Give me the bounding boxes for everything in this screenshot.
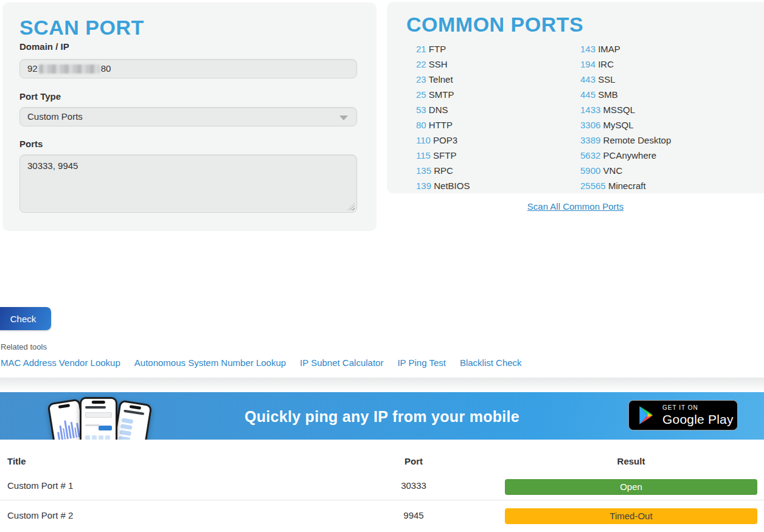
common-port-item: 80 HTTP bbox=[416, 117, 470, 133]
chevron-down-icon bbox=[339, 116, 348, 120]
ports-label: Ports bbox=[19, 139, 43, 149]
common-port-item: 25 SMTP bbox=[416, 87, 470, 102]
link-mac-address-vendor-lookup[interactable]: MAC Address Vendor Lookup bbox=[1, 358, 120, 368]
play-triangle-icon bbox=[637, 405, 656, 426]
results-header-port: Port bbox=[365, 456, 462, 466]
common-ports-title: COMMON PORTS bbox=[406, 13, 583, 36]
common-port-item: 110 POP3 bbox=[416, 133, 470, 148]
results-header-title: Title bbox=[7, 456, 26, 466]
domain-ip-label: Domain / IP bbox=[19, 41, 69, 52]
status-badge-timed-out: Timed-Out bbox=[505, 508, 757, 524]
common-port-item: 53 DNS bbox=[416, 102, 470, 117]
link-ip-subnet-calculator[interactable]: IP Subnet Calculator bbox=[300, 358, 383, 368]
ports-textarea[interactable]: 30333, 9945 bbox=[19, 154, 357, 213]
gplay-google-play: Google Play bbox=[662, 413, 734, 426]
common-port-item: 139 NetBIOS bbox=[416, 178, 470, 193]
redacted-ip-segment bbox=[39, 64, 100, 74]
link-blacklist-check[interactable]: Blacklist Check bbox=[460, 358, 522, 368]
common-port-item: 194 IRC bbox=[580, 57, 671, 72]
scan-all-common-ports-link[interactable]: Scan All Common Ports bbox=[527, 201, 623, 212]
results-header-result: Result bbox=[505, 456, 757, 466]
page: SCAN PORT Domain / IP 92 80 Port Type Cu… bbox=[0, 0, 764, 532]
section-divider bbox=[0, 378, 764, 391]
phone-mockup-center bbox=[80, 397, 117, 440]
common-port-item: 143 IMAP bbox=[580, 41, 671, 57]
common-port-item: 445 SMB bbox=[580, 87, 671, 102]
common-ports-column-2: 143 IMAP 194 IRC 443 SSL 445 SMB 1433 MS… bbox=[580, 41, 671, 193]
related-tools-links: MAC Address Vendor Lookup Autonomous Sys… bbox=[1, 358, 522, 368]
domain-ip-value-prefix: 92 bbox=[27, 60, 38, 78]
common-port-item: 3389 Remote Desktop bbox=[580, 133, 671, 148]
gplay-get-it-on: GET IT ON bbox=[662, 405, 734, 411]
common-port-item: 25565 Minecraft bbox=[580, 178, 671, 193]
port-type-label: Port Type bbox=[19, 91, 61, 102]
scan-port-title: SCAN PORT bbox=[19, 16, 144, 40]
common-port-item: 1433 MSSQL bbox=[580, 102, 671, 117]
common-ports-column-1: 21 FTP 22 SSH 23 Telnet 25 SMTP 53 DNS 8… bbox=[416, 41, 470, 193]
status-badge-open: Open bbox=[505, 479, 757, 495]
result-row-port: 9945 bbox=[365, 510, 462, 520]
port-type-select[interactable]: Custom Ports bbox=[19, 107, 357, 126]
google-play-badge[interactable]: GET IT ON Google Play bbox=[628, 400, 738, 430]
common-ports-panel: COMMON PORTS 21 FTP 22 SSH 23 Telnet 25 … bbox=[387, 2, 764, 193]
link-ip-ping-test[interactable]: IP Ping Test bbox=[397, 358, 446, 368]
link-asn-lookup[interactable]: Autonomous System Number Lookup bbox=[134, 358, 286, 368]
resize-grip-icon[interactable] bbox=[347, 203, 355, 210]
common-port-item: 115 SFTP bbox=[416, 148, 470, 163]
common-port-item: 21 FTP bbox=[416, 41, 470, 57]
google-play-text: GET IT ON Google Play bbox=[662, 405, 734, 426]
check-button[interactable]: Check bbox=[0, 307, 51, 330]
result-row-port: 30333 bbox=[365, 480, 462, 491]
domain-ip-input[interactable]: 92 80 bbox=[19, 59, 357, 78]
related-tools-label: Related tools bbox=[1, 342, 47, 351]
domain-ip-value-suffix: 80 bbox=[101, 60, 111, 78]
ports-value: 30333, 9945 bbox=[27, 161, 78, 171]
port-type-selected-value: Custom Ports bbox=[27, 111, 83, 122]
common-port-item: 22 SSH bbox=[416, 57, 470, 72]
common-port-item: 23 Telnet bbox=[416, 72, 470, 87]
common-port-item: 5632 PCAnywhere bbox=[580, 148, 671, 163]
common-port-item: 135 RPC bbox=[416, 163, 470, 178]
scan-all-common-ports: Scan All Common Ports bbox=[387, 201, 764, 212]
common-port-item: 5900 VNC bbox=[580, 163, 671, 178]
result-row-title: Custom Port # 1 bbox=[7, 480, 73, 491]
row-divider bbox=[0, 500, 764, 500]
common-port-item: 443 SSL bbox=[580, 72, 671, 87]
result-row-title: Custom Port # 2 bbox=[7, 510, 73, 520]
common-port-item: 3306 MySQL bbox=[580, 117, 671, 133]
scan-port-panel: SCAN PORT Domain / IP 92 80 Port Type Cu… bbox=[2, 2, 377, 231]
mobile-app-banner: Quickly ping any IP from your mobile GET… bbox=[0, 392, 764, 440]
